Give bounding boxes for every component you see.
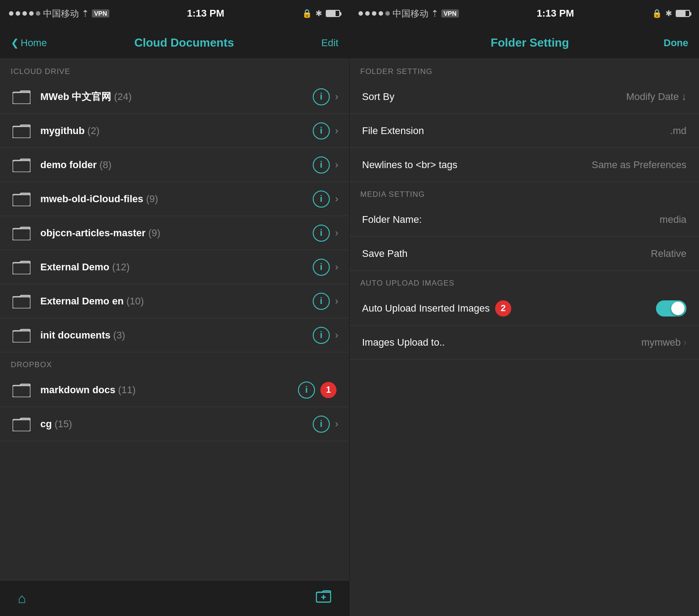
- file-extension-row[interactable]: File Extension .md: [350, 114, 699, 148]
- svg-rect-1: [13, 126, 30, 138]
- lock-icon-right: 🔒: [652, 9, 662, 18]
- list-item[interactable]: MWeb 中文官网 (24) i ›: [0, 80, 349, 114]
- bluetooth-icon: ✱: [315, 9, 322, 18]
- done-button[interactable]: Done: [664, 37, 688, 49]
- info-button[interactable]: i: [313, 259, 330, 276]
- svg-rect-2: [13, 161, 30, 172]
- info-button[interactable]: i: [313, 293, 330, 310]
- vpn-badge: VPN: [92, 9, 109, 17]
- auto-upload-badge: 2: [495, 300, 511, 317]
- wifi-icon-right: ⇡: [431, 8, 439, 19]
- auto-upload-row[interactable]: Auto Upload Inserted Images 2: [350, 291, 699, 325]
- folder-name: mweb-old-iCloud-files (9): [40, 193, 313, 205]
- list-item[interactable]: mweb-old-iCloud-files (9) i ›: [0, 182, 349, 216]
- page-title: Cloud Documents: [134, 36, 234, 50]
- newlines-value: Same as Preferences: [591, 159, 686, 171]
- status-bar-right: 中国移动 ⇡ VPN 1:13 PM 🔒 ✱: [350, 0, 699, 27]
- info-button[interactable]: i: [298, 382, 315, 399]
- edit-button[interactable]: Edit: [321, 37, 338, 49]
- list-item[interactable]: External Demo (12) i ›: [0, 250, 349, 284]
- status-icons: 🔒 ✱: [302, 9, 340, 18]
- sort-by-row[interactable]: Sort By Modify Date ↓: [350, 80, 699, 114]
- left-panel: 中国移动 ⇡ VPN 1:13 PM 🔒 ✱ ❮ Home Cloud Docu…: [0, 0, 350, 616]
- chevron-right-icon: ›: [335, 295, 338, 307]
- folder-name: External Demo (12): [40, 261, 313, 273]
- list-item[interactable]: mygithub (2) i ›: [0, 114, 349, 148]
- info-button[interactable]: i: [313, 416, 330, 433]
- svg-rect-7: [13, 331, 30, 343]
- battery-icon: [326, 10, 340, 17]
- chevron-right-icon: ›: [335, 227, 338, 239]
- home-tab-icon[interactable]: ⌂: [18, 591, 26, 606]
- svg-rect-8: [13, 386, 30, 397]
- right-panel: 中国移动 ⇡ VPN 1:13 PM 🔒 ✱ Folder Setting Do…: [350, 0, 699, 616]
- info-button[interactable]: i: [313, 225, 330, 242]
- sort-by-value: Modify Date ↓: [626, 91, 687, 103]
- status-icons-right: 🔒 ✱: [652, 9, 690, 18]
- folder-name-label: Folder Name:: [362, 214, 422, 226]
- folder-icon: [11, 120, 32, 142]
- save-path-value: Relative: [651, 248, 686, 260]
- svg-rect-6: [13, 297, 30, 308]
- folder-icon: [11, 325, 32, 346]
- auto-upload-toggle[interactable]: [656, 300, 686, 317]
- newlines-row[interactable]: Newlines to <br> tags Same as Preference…: [350, 148, 699, 182]
- list-item[interactable]: cg (15) i ›: [0, 407, 349, 441]
- folder-icon: [11, 188, 32, 210]
- add-folder-icon[interactable]: [316, 589, 331, 607]
- svg-rect-9: [13, 420, 30, 431]
- folder-name: cg (15): [40, 418, 313, 430]
- list-item[interactable]: objccn-articles-master (9) i ›: [0, 216, 349, 250]
- info-button[interactable]: i: [313, 156, 330, 174]
- chevron-right-icon: ›: [335, 418, 338, 430]
- media-setting-header: MEDIA SETTING: [350, 182, 699, 203]
- dropbox-section-header: DROPBOX: [0, 352, 349, 373]
- lock-icon: 🔒: [302, 9, 312, 18]
- auto-upload-label: Auto Upload Inserted Images: [362, 303, 490, 314]
- back-label: Home: [21, 37, 47, 49]
- carrier-name: 中国移动: [43, 8, 79, 20]
- folder-icon: [11, 222, 32, 244]
- folder-icon: [11, 291, 32, 312]
- folder-name-row[interactable]: Folder Name: media: [350, 203, 699, 237]
- status-bar-left: 中国移动 ⇡ VPN 1:13 PM 🔒 ✱: [0, 0, 349, 27]
- folder-name: demo folder (8): [40, 159, 313, 171]
- list-item[interactable]: demo folder (8) i ›: [0, 148, 349, 182]
- icloud-section-header: ICLOUD DRIVE: [0, 59, 349, 80]
- notification-badge: 1: [320, 382, 337, 398]
- images-upload-to-value: mymweb ›: [641, 337, 686, 348]
- folder-icon: [11, 256, 32, 278]
- folder-list: ICLOUD DRIVE MWeb 中文官网 (24) i › mygithub…: [0, 59, 349, 580]
- list-item[interactable]: External Demo en (10) i ›: [0, 284, 349, 318]
- folder-setting-header: FOLDER SETTING: [350, 59, 699, 80]
- folder-icon: [11, 413, 32, 435]
- left-nav-bar: ❮ Home Cloud Documents Edit: [0, 27, 349, 59]
- chevron-right-icon: ›: [335, 159, 338, 171]
- list-item[interactable]: init documents (3) i ›: [0, 318, 349, 352]
- time-display-right: 1:13 PM: [537, 8, 574, 19]
- media-setting-section: MEDIA SETTING Folder Name: media Save Pa…: [350, 182, 699, 271]
- newlines-label: Newlines to <br> tags: [362, 159, 457, 171]
- save-path-row[interactable]: Save Path Relative: [350, 237, 699, 271]
- images-upload-to-row[interactable]: Images Upload to.. mymweb ›: [350, 325, 699, 360]
- folder-name: markdown docs (11): [40, 384, 298, 396]
- carrier-info: 中国移动 ⇡ VPN: [9, 8, 109, 20]
- folder-name: objccn-articles-master (9): [40, 227, 313, 239]
- save-path-label: Save Path: [362, 248, 408, 260]
- folder-icon: [11, 379, 32, 401]
- info-button[interactable]: i: [313, 122, 330, 139]
- chevron-right-icon: ›: [335, 261, 338, 273]
- images-upload-to-label: Images Upload to..: [362, 337, 445, 348]
- folder-name: init documents (3): [40, 330, 313, 341]
- folder-name-value: media: [660, 214, 686, 226]
- info-button[interactable]: i: [313, 191, 330, 208]
- list-item[interactable]: markdown docs (11) i 1: [0, 373, 349, 407]
- file-extension-value: .md: [670, 125, 686, 137]
- back-button[interactable]: ❮ Home: [11, 37, 47, 49]
- folder-name: mygithub (2): [40, 125, 313, 137]
- carrier-info-right: 中国移动 ⇡ VPN: [358, 8, 459, 20]
- info-button[interactable]: i: [313, 88, 330, 105]
- battery-icon-right: [676, 10, 690, 17]
- svg-rect-4: [13, 229, 30, 240]
- info-button[interactable]: i: [313, 327, 330, 344]
